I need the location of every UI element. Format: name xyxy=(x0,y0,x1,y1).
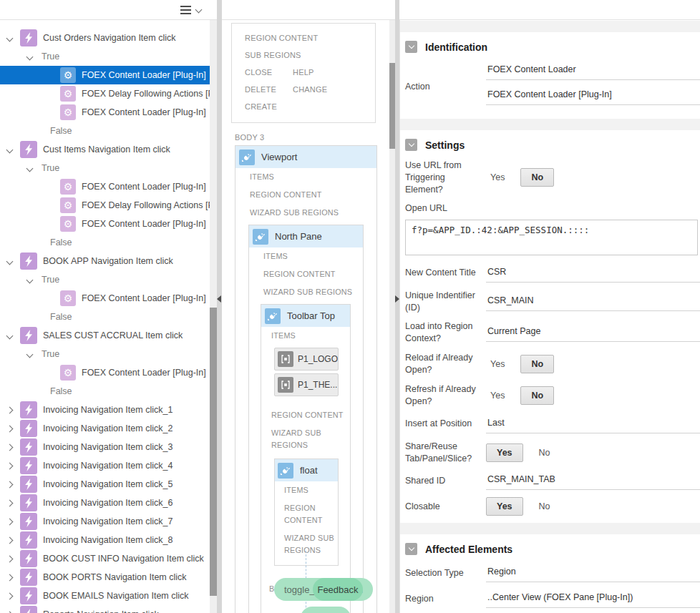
toggle-option-yes[interactable]: Yes xyxy=(486,391,509,401)
toggle-option-no[interactable]: No xyxy=(520,386,554,405)
field-value[interactable]: ..Center View (FOEX Pane [Plug-In]) xyxy=(486,589,700,608)
tree-row[interactable]: Invoicing Navigation Item click_6 xyxy=(0,494,210,512)
context-link[interactable]: REGION CONTENT xyxy=(245,29,375,46)
toggle-option-no[interactable]: No xyxy=(535,501,555,511)
layout-scrollbar-thumb[interactable] xyxy=(389,63,395,149)
section-collapse-icon[interactable] xyxy=(405,139,417,151)
chevron-down-icon[interactable] xyxy=(6,332,14,339)
right-splitter[interactable] xyxy=(395,0,399,613)
tree-row[interactable]: Invoicing Navigation Item click_5 xyxy=(0,475,210,494)
context-link-close[interactable]: CLOSE xyxy=(245,64,293,81)
feedback-button[interactable]: Feedback xyxy=(313,578,363,601)
tree-row[interactable]: ⚙FOEX Content Loader [Plug-In] xyxy=(0,363,210,382)
slot-wizard-sub-regions[interactable]: WIZARD SUB REGIONS xyxy=(249,283,363,301)
collapse-left-icon[interactable] xyxy=(217,295,221,303)
field-value[interactable]: CSR_MAIN xyxy=(486,293,700,311)
chevron-down-icon[interactable] xyxy=(26,53,34,60)
region-viewport-header[interactable]: Viewport xyxy=(235,146,376,168)
tree-row[interactable]: True xyxy=(0,47,210,66)
tree-row[interactable]: ⚙FOEX Content Loader [Plug-In] xyxy=(0,177,210,196)
field-textarea[interactable] xyxy=(405,220,698,255)
context-link-delete[interactable]: DELETE xyxy=(245,81,293,98)
layout-scrollbar[interactable] xyxy=(389,20,395,613)
field-value[interactable]: FOEX Content Loader xyxy=(486,62,700,80)
toggle-option-no[interactable]: No xyxy=(535,448,555,458)
toggle-option-yes[interactable]: Yes xyxy=(486,497,523,516)
toggle-option-no[interactable]: No xyxy=(520,355,554,373)
field-value[interactable]: CSR_MAIN_TAB xyxy=(486,471,700,490)
toggle-option-no[interactable]: No xyxy=(520,168,554,187)
toggle-option-yes[interactable]: Yes xyxy=(486,172,509,182)
tree-row[interactable]: BOOK CUST INFO Navigation Item click xyxy=(0,549,210,568)
context-link-create[interactable]: CREATE xyxy=(245,98,293,115)
tree-menu-icon[interactable] xyxy=(180,6,191,7)
tree-row[interactable]: True xyxy=(0,345,210,363)
page-item-p1-theme[interactable]: P1_THE... xyxy=(274,373,339,396)
tree-row[interactable]: Invoicing Navigation Item click_8 xyxy=(0,531,210,549)
chevron-down-icon[interactable] xyxy=(26,350,34,358)
tree-row[interactable]: ⚙FOEX Content Loader [Plug-In] xyxy=(0,103,210,122)
tree-row[interactable]: ⚙FOEX Content Loader [Plug-In] xyxy=(0,289,210,308)
chevron-down-icon[interactable] xyxy=(195,6,203,14)
region-toolbar-top-header[interactable]: Toolbar Top xyxy=(261,305,350,327)
slot-wizard-sub-regions[interactable]: WIZARD SUB REGIONS xyxy=(275,529,338,565)
region-float-header[interactable]: float xyxy=(275,459,338,481)
tree-row[interactable]: SALES CUST ACCRUAL Item click xyxy=(0,326,210,345)
tree-row[interactable]: False xyxy=(0,233,210,252)
slot-items[interactable]: ITEMS xyxy=(275,481,338,499)
chevron-right-icon[interactable] xyxy=(6,555,14,562)
context-link[interactable]: SUB REGIONS xyxy=(245,46,375,64)
section-collapse-icon[interactable] xyxy=(405,41,417,53)
chevron-right-icon[interactable] xyxy=(6,592,14,599)
slot-region-content[interactable]: REGION CONTENT xyxy=(249,265,363,283)
left-splitter[interactable] xyxy=(217,0,222,613)
tree-row[interactable]: Invoicing Navigation Item click_1 xyxy=(0,401,210,419)
chevron-right-icon[interactable] xyxy=(6,481,14,488)
chevron-down-icon[interactable] xyxy=(6,258,14,265)
left-scrollbar-thumb[interactable] xyxy=(210,308,217,596)
chevron-right-icon[interactable] xyxy=(6,518,14,525)
tree-row[interactable]: BOOK PORTS Navigation Item click xyxy=(0,568,210,587)
tree-row[interactable]: Cust Items Navigation Item click xyxy=(0,140,210,159)
context-link-change[interactable]: CHANGE xyxy=(293,81,375,98)
field-value[interactable]: Current Page xyxy=(486,323,700,342)
page-item-p1-logo[interactable]: P1_LOGO xyxy=(274,348,339,371)
slot-items[interactable]: ITEMS xyxy=(235,168,376,186)
slot-region-content[interactable]: REGION CONTENT xyxy=(275,499,338,529)
tree-row[interactable]: BOOK EMAILS Navigation Item click xyxy=(0,587,210,605)
chevron-right-icon[interactable] xyxy=(6,499,14,506)
chevron-down-icon[interactable] xyxy=(6,34,14,41)
tree-row[interactable]: Invoicing Navigation Item click_3 xyxy=(0,438,210,456)
toggle-option-yes[interactable]: Yes xyxy=(486,443,523,462)
section-header-settings[interactable]: Settings xyxy=(405,139,700,151)
field-value[interactable]: Region xyxy=(486,564,700,582)
chevron-right-icon[interactable] xyxy=(6,406,14,413)
region-north-pane-header[interactable]: North Pane xyxy=(249,225,363,247)
field-value[interactable]: Last xyxy=(486,415,700,433)
chevron-right-icon[interactable] xyxy=(6,462,14,469)
tree-row[interactable]: False xyxy=(0,382,210,401)
chevron-down-icon[interactable] xyxy=(26,276,34,283)
slot-items[interactable]: ITEMS xyxy=(249,247,363,265)
chevron-down-icon[interactable] xyxy=(26,165,34,172)
tree-row[interactable]: ⚙FOEX Delay Following Actions [Plu xyxy=(0,84,210,103)
tree-row[interactable]: Reports Navigation Item click xyxy=(0,605,210,613)
slot-region-content[interactable]: REGION CONTENT xyxy=(235,186,376,204)
toggle-option-yes[interactable]: Yes xyxy=(486,359,509,369)
chevron-right-icon[interactable] xyxy=(6,443,14,451)
slot-wizard-sub-regions[interactable]: WIZARD SUB REGIONS xyxy=(261,424,350,454)
tree-row[interactable]: True xyxy=(0,159,210,177)
context-link-help[interactable]: HELP xyxy=(293,64,375,81)
slot-region-content[interactable]: REGION CONTENT xyxy=(261,406,350,424)
partial-button[interactable] xyxy=(301,607,351,613)
tree-row[interactable]: False xyxy=(0,122,210,140)
tree-row[interactable]: Cust Orders Navigation Item click xyxy=(0,29,210,47)
chevron-right-icon[interactable] xyxy=(6,574,14,581)
slot-wizard-sub-regions[interactable]: WIZARD SUB REGIONS xyxy=(235,204,376,222)
tree-row[interactable]: ⚙FOEX Content Loader [Plug-In] xyxy=(0,215,210,233)
chevron-right-icon[interactable] xyxy=(6,536,14,544)
chevron-down-icon[interactable] xyxy=(6,146,14,153)
tree-row[interactable]: True xyxy=(0,270,210,289)
field-value[interactable]: CSR xyxy=(486,264,700,283)
section-collapse-icon[interactable] xyxy=(405,543,417,555)
